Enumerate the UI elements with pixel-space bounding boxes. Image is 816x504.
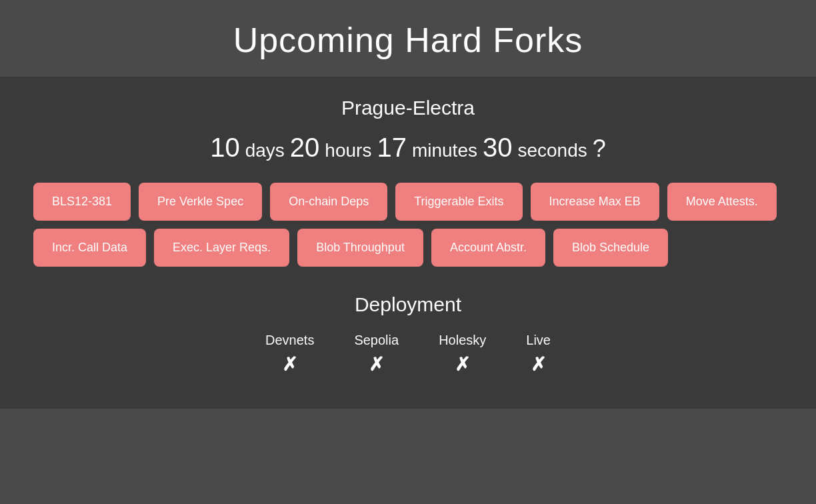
feature-btn-bls12-381[interactable]: BLS12-381 <box>33 183 131 221</box>
page-header: Upcoming Hard Forks <box>0 0 816 77</box>
deployment-label-sepolia: Sepolia <box>354 333 399 348</box>
fork-name: Prague-Electra <box>27 97 789 119</box>
deployment-table: Devnets✗Sepolia✗Holesky✗Live✗ <box>27 333 789 375</box>
deployment-col-holesky: Holesky✗ <box>439 333 486 375</box>
deployment-status-live: ✗ <box>531 353 546 375</box>
deployment-label-live: Live <box>526 333 551 348</box>
main-content: Prague-Electra 10 days 20 hours 17 minut… <box>0 77 816 409</box>
countdown: 10 days 20 hours 17 minutes 30 seconds ? <box>27 133 789 163</box>
seconds-label: seconds <box>517 140 587 161</box>
minutes-label: minutes <box>412 140 477 161</box>
deployment-label-devnets: Devnets <box>265 333 314 348</box>
feature-btn-blob-throughput[interactable]: Blob Throughput <box>297 229 423 267</box>
fork-section: Prague-Electra 10 days 20 hours 17 minut… <box>27 97 789 267</box>
feature-btn-triggerable-exits[interactable]: Triggerable Exits <box>395 183 522 221</box>
days-value: 10 <box>210 133 240 163</box>
features-grid: BLS12-381Pre Verkle SpecOn-chain DepsTri… <box>27 183 789 267</box>
deployment-status-holesky: ✗ <box>455 353 470 375</box>
countdown-question: ? <box>593 135 606 163</box>
deployment-section: Deployment Devnets✗Sepolia✗Holesky✗Live✗ <box>27 293 789 375</box>
feature-btn-blob-schedule[interactable]: Blob Schedule <box>553 229 668 267</box>
deployment-col-devnets: Devnets✗ <box>265 333 314 375</box>
feature-btn-on-chain-deps[interactable]: On-chain Deps <box>270 183 387 221</box>
seconds-value: 30 <box>483 133 513 163</box>
page-title: Upcoming Hard Forks <box>0 20 816 60</box>
deployment-title: Deployment <box>27 293 789 316</box>
hours-value: 20 <box>290 133 320 163</box>
deployment-status-devnets: ✗ <box>282 353 297 375</box>
deployment-col-live: Live✗ <box>526 333 551 375</box>
feature-btn-move-attests[interactable]: Move Attests. <box>667 183 777 221</box>
minutes-value: 17 <box>377 133 407 163</box>
deployment-col-sepolia: Sepolia✗ <box>354 333 399 375</box>
feature-btn-account-abstr[interactable]: Account Abstr. <box>431 229 545 267</box>
feature-btn-increase-max-eb[interactable]: Increase Max EB <box>531 183 659 221</box>
days-label: days <box>245 140 285 161</box>
feature-btn-incr-call-data[interactable]: Incr. Call Data <box>33 229 146 267</box>
feature-btn-exec-layer-reqs[interactable]: Exec. Layer Reqs. <box>154 229 289 267</box>
deployment-status-sepolia: ✗ <box>369 353 384 375</box>
hours-label: hours <box>325 140 371 161</box>
feature-btn-pre-verkle-spec[interactable]: Pre Verkle Spec <box>139 183 262 221</box>
deployment-label-holesky: Holesky <box>439 333 486 348</box>
